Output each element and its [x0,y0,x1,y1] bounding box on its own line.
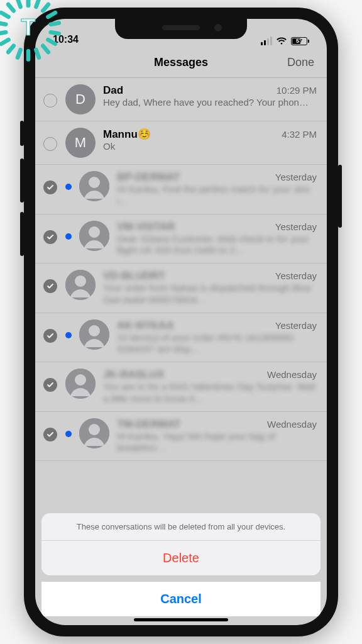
conversation-preview: Your order from Nykaa is dispatched thro… [103,282,317,306]
conversation-name: JK-RASLUX [103,369,164,381]
select-toggle[interactable] [43,230,58,245]
notch [115,19,247,39]
conversation-time: Wednesday [267,419,317,430]
svg-point-7 [75,275,86,287]
conversation-name: AK-NYKAA [117,319,174,332]
conversation-row[interactable]: TM-DERMATWednesdayHi Kanika, Yayy! We ho… [35,412,327,462]
conversation-preview: Hi Kanika, Yayy! We hope your bag of bre… [117,431,317,455]
avatar: M [65,128,96,158]
person-icon [79,418,109,448]
conversation-time: Yesterday [275,320,317,331]
cellular-icon [261,36,272,45]
conversation-name: Mannu☺️ [103,128,151,141]
action-sheet: These conversations will be deleted from… [41,513,321,616]
conversation-row[interactable]: MMannu☺️4:32 PMOk [35,121,327,165]
person-icon [79,171,109,201]
conversation-name: BP-DERMAT [117,171,180,184]
person-icon [79,319,109,350]
avatar: D [65,84,96,114]
conversation-time: 4:32 PM [282,129,317,140]
conversation-list[interactable]: DDad10:29 PMHey dad, Where have you reac… [35,78,327,461]
conversation-preview: Dear Vistara Customer, Web check-in for … [117,233,317,257]
conversation-preview: 10 item(s) of your order #NYK-161069065-… [117,332,317,356]
select-toggle[interactable] [43,377,58,392]
conversation-row[interactable]: DDad10:29 PMHey dad, Where have you reac… [35,78,327,121]
conversation-row[interactable]: VM-VISTARYesterdayDear Vistara Customer,… [35,214,327,264]
svg-point-3 [89,177,100,188]
person-icon [65,369,96,399]
svg-point-5 [89,226,100,238]
conversation-time: 10:29 PM [277,85,317,96]
wifi-icon [276,36,287,45]
conversation-time: Wednesday [267,369,317,380]
conversation-row[interactable]: BP-DERMATYesterdayHi Kanika, Find the pe… [35,165,327,214]
battery-icon: 57 [291,37,309,45]
page-title: Messages [154,56,208,69]
conversation-time: Yesterday [275,172,317,182]
unread-dot [65,431,72,437]
conversation-row[interactable]: JK-RASLUXWednesdayYou are in for a RAS V… [35,362,327,412]
select-toggle[interactable] [43,136,58,152]
svg-point-9 [89,325,100,336]
status-time: 10:34 [53,34,79,45]
select-toggle[interactable] [43,328,58,343]
conversation-preview: Hey dad, Where have you reached? Your ph… [103,97,317,109]
select-toggle[interactable] [43,180,58,195]
conversation-row[interactable]: VD-BLUDRTYesterdayYour order from Nykaa … [35,264,327,313]
done-button[interactable]: Done [287,56,314,69]
delete-button[interactable]: Delete [41,541,321,575]
screen: 10:34 57 Messages Done DDad10:29 PMHey d… [35,19,327,625]
conversation-name: VM-VISTAR [117,221,175,233]
conversation-name: VD-BLUDRT [103,270,165,282]
conversation-row[interactable]: AK-NYKAAYesterday10 item(s) of your orde… [35,313,327,363]
phone-frame: 10:34 57 Messages Done DDad10:29 PMHey d… [24,8,338,636]
person-icon [79,221,109,251]
conversation-time: Yesterday [275,270,317,281]
home-indicator[interactable] [134,618,228,621]
conversation-preview: You are in for a RAS Valentines Day Surp… [103,381,317,405]
conversation-preview: Ok [103,141,317,153]
nav-bar: Messages Done [35,48,327,78]
svg-point-11 [75,374,86,386]
unread-dot [65,233,72,240]
conversation-preview: Hi Kanika, Find the perfect match for yo… [117,184,317,208]
person-icon [65,270,96,300]
conversation-name: Dad [103,84,123,97]
conversation-time: Yesterday [275,221,317,232]
svg-rect-0 [26,0,31,8]
select-toggle[interactable] [43,427,58,442]
svg-point-13 [89,424,100,435]
select-toggle[interactable] [43,279,58,294]
cancel-button[interactable]: Cancel [41,582,321,616]
unread-dot [65,184,72,190]
action-sheet-message: These conversations will be deleted from… [41,513,321,541]
conversation-name: TM-DERMAT [117,418,181,431]
unread-dot [65,332,72,338]
select-toggle[interactable] [43,93,58,108]
